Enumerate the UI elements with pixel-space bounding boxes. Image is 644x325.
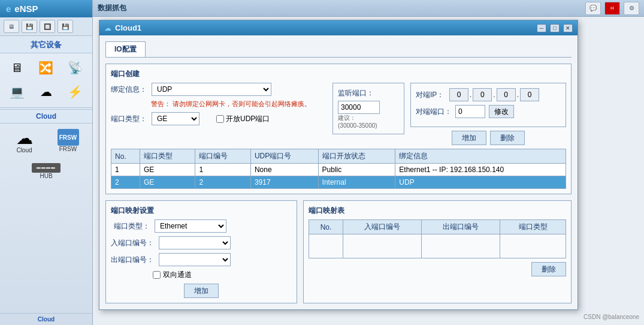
topbar-icon-gear[interactable]: ⚙ — [624, 2, 639, 15]
port-create-left: 绑定信息： UDP 警告： 请勿绑定公网网卡，否则可能会引起网络瘫痪。 — [111, 83, 326, 145]
table-row[interactable]: 2 GE 2 3917 Internal UDP — [111, 176, 566, 189]
section2-title: Cloud — [0, 109, 92, 124]
map-port-type-select[interactable]: Ethernet — [155, 219, 226, 233]
ip-box-4[interactable] — [520, 88, 539, 101]
col-port-type: 端口类型 — [140, 149, 195, 164]
ip-dot-1: . — [470, 91, 471, 99]
cell-bind-1: Ethernet1 -- IP: 192.168.150.140 — [395, 164, 566, 176]
ip-dot-3: . — [517, 91, 519, 99]
cell-portno-1: 1 — [195, 164, 250, 176]
remote-port-row: 对端端口： 修改 — [416, 105, 561, 118]
device-item-6[interactable]: ⚡ — [62, 81, 89, 103]
col-udp-port: UDP端口号 — [250, 149, 318, 164]
bidirectional-checkbox[interactable] — [153, 271, 161, 279]
device-frsw[interactable]: FRSW FRSW — [47, 127, 89, 155]
listen-port-input[interactable] — [338, 101, 380, 114]
ip-box-1[interactable] — [449, 88, 468, 101]
modal-maximize-btn[interactable]: □ — [550, 24, 560, 32]
mapping-table-title: 端口映射表 — [309, 206, 566, 216]
top-bar-title: 数据抓包 — [98, 3, 126, 13]
map-col-type: 端口类型 — [500, 220, 566, 234]
map-add-btn-container: 增加 — [111, 284, 292, 298]
cell-bind-2: UDP — [395, 176, 566, 189]
port-table-container: No. 端口类型 端口编号 UDP端口号 端口开放状态 绑定信息 — [111, 149, 566, 189]
cloud-label: Cloud — [16, 147, 32, 154]
warning-text: 警告： 请勿绑定公网网卡，否则可能会引起网络瘫痪。 — [151, 100, 311, 109]
device-icon-1: 🖥 — [6, 59, 28, 77]
port-mapping-setup: 端口映射设置 端口类型： Ethernet 入端口编号： — [105, 200, 297, 303]
ip-box-3[interactable] — [497, 88, 516, 101]
cell-udp-1: None — [250, 164, 318, 176]
cell-status-2: Internal — [318, 176, 395, 189]
mapping-header-row: No. 入端口编号 出端口编号 端口类型 — [309, 220, 566, 234]
ip-box-2[interactable] — [473, 88, 492, 101]
remote-port-input[interactable] — [455, 105, 485, 118]
modify-btn[interactable]: 修改 — [489, 105, 514, 118]
remote-ip-label: 对端IP： — [416, 90, 446, 100]
bidirectional-row: 双向通道 — [153, 270, 292, 280]
topbar-icon-huawei[interactable]: H — [604, 2, 620, 15]
in-port-label: 入端口编号： — [111, 238, 154, 248]
frsw-label: FRSW — [59, 146, 77, 152]
device-item-2[interactable]: 🔀 — [33, 57, 60, 79]
out-port-row: 出端口编号： — [111, 253, 292, 266]
port-type-select[interactable]: GE — [152, 112, 199, 125]
device-grid-1: 🖥 🔀 📡 💻 ☁ ⚡ — [0, 53, 92, 106]
map-delete-btn[interactable]: 删除 — [531, 262, 566, 276]
suggest-range: (30000-35000) — [338, 122, 399, 129]
port-create-right: 对端IP： . . . — [410, 83, 566, 145]
device-item-4[interactable]: 💻 — [4, 81, 31, 103]
toolbar-btn-1[interactable]: 🖥 — [4, 20, 19, 33]
tab-io-config[interactable]: IO配置 — [105, 41, 146, 57]
bind-info-select[interactable]: UDP — [152, 83, 271, 96]
port-type-row: 端口类型： GE 开放UDP端口 — [111, 112, 326, 125]
col-port-no: 端口编号 — [195, 149, 250, 164]
cloud1-modal: ☁ Cloud1 ─ □ ✕ IO配置 端口创建 绑定信息： — [99, 20, 578, 310]
bind-info-label: 绑定信息： — [111, 85, 147, 95]
cloud-icon: ☁ — [14, 129, 35, 147]
modal-close-btn[interactable]: ✕ — [563, 24, 573, 32]
device-icon-3: 📡 — [65, 59, 86, 77]
device-cloud[interactable]: ☁ Cloud — [4, 127, 45, 155]
table-row[interactable]: 1 GE 1 None Public Ethernet1 -- IP: 192.… — [111, 164, 566, 176]
mapping-empty-2 — [343, 234, 421, 258]
cell-portno-2: 2 — [195, 176, 250, 189]
mapping-empty-1 — [309, 234, 343, 258]
col-open-status: 端口开放状态 — [318, 149, 395, 164]
sidebar-header: e eNSP — [0, 0, 92, 17]
in-port-select[interactable] — [159, 236, 231, 249]
add-btn[interactable]: 增加 — [452, 131, 486, 145]
map-col-no: No. — [309, 220, 343, 234]
section3-label: Cloud — [2, 316, 90, 323]
warning-row: 警告： 请勿绑定公网网卡，否则可能会引起网络瘫痪。 — [111, 100, 326, 109]
device-hub[interactable]: ━━━━ HUB — [30, 161, 62, 181]
col-no: No. — [111, 149, 140, 164]
bottom-row: 端口映射设置 端口类型： Ethernet 入端口编号： — [105, 200, 572, 303]
right-panel: 数据抓包 💬 H ⚙ ☁ Cloud1 ─ □ ✕ IO配置 — [93, 0, 644, 325]
mapping-row-empty — [309, 234, 566, 258]
map-col-out: 出端口编号 — [422, 220, 500, 234]
device-item-5[interactable]: ☁ — [33, 81, 60, 103]
col-bind-info: 绑定信息 — [395, 149, 566, 164]
port-type-label: 端口类型： — [111, 114, 147, 124]
toolbar-btn-3[interactable]: 🔲 — [40, 20, 55, 33]
bidirectional-label: 双向通道 — [163, 270, 192, 280]
modal-title: Cloud1 — [115, 23, 533, 32]
modal-minimize-btn[interactable]: ─ — [537, 24, 546, 32]
out-port-select[interactable] — [159, 253, 231, 266]
device-item-3[interactable]: 📡 — [62, 57, 89, 79]
cell-no-2: 2 — [111, 176, 140, 189]
port-create-title: 端口创建 — [111, 69, 566, 79]
device-icon-2: 🔀 — [35, 59, 57, 77]
device-item-1[interactable]: 🖥 — [4, 57, 31, 79]
toolbar-btn-2[interactable]: 💾 — [22, 20, 37, 33]
topbar-icon-chat[interactable]: 💬 — [585, 2, 601, 15]
modal-titlebar: ☁ Cloud1 ─ □ ✕ — [99, 20, 578, 35]
section1-title: 其它设备 — [0, 36, 92, 53]
open-udp-checkbox[interactable] — [216, 115, 224, 123]
open-udp-label: 开放UDP端口 — [216, 114, 270, 124]
device-icon-4: 💻 — [6, 83, 28, 101]
toolbar-btn-4[interactable]: 💾 — [58, 20, 73, 33]
delete-btn[interactable]: 删除 — [490, 131, 525, 145]
map-add-btn[interactable]: 增加 — [184, 284, 219, 298]
